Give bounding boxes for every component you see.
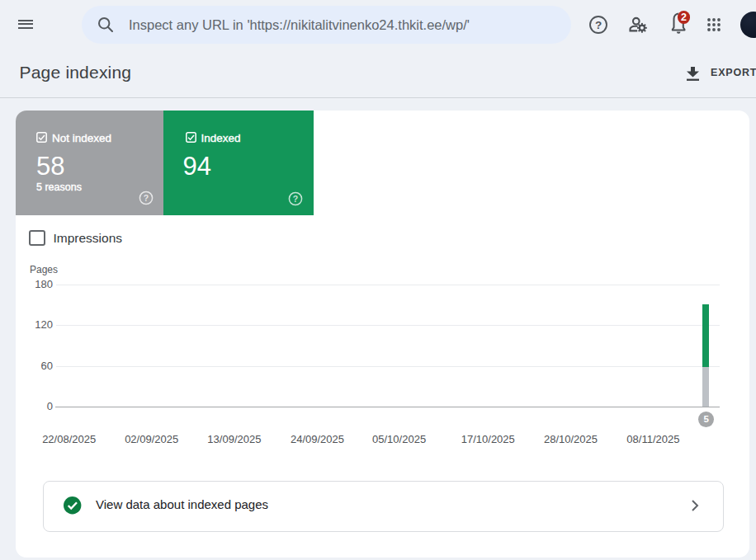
svg-text:?: ? xyxy=(293,194,298,204)
svg-text:?: ? xyxy=(143,193,148,203)
svg-text:?: ? xyxy=(595,19,602,31)
